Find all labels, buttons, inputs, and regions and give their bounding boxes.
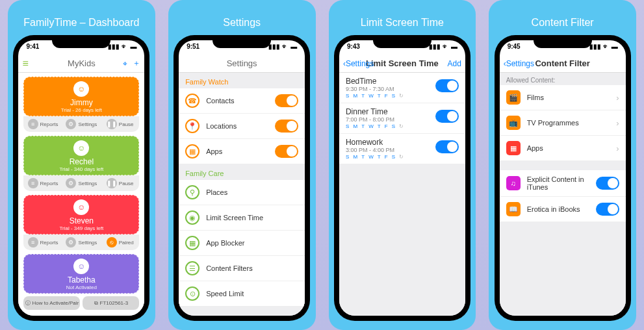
info-icon: ⓘ <box>25 299 31 307</box>
repeat-icon: ↻ <box>399 154 405 160</box>
toggle[interactable] <box>435 140 459 153</box>
screenshot-filter: Content Filter 9:45 ▮▮▮ᯤ▬ ‹Settings Cont… <box>489 0 636 330</box>
gear-icon: ⚙ <box>66 119 76 129</box>
limit-days: S M T W T F S ↻ <box>346 93 459 99</box>
limit-row[interactable]: Dinner Time 7:00 PM - 8:00 PM S M T W T … <box>339 103 465 134</box>
toggle[interactable] <box>596 177 619 190</box>
limit-row[interactable]: Homework 3:00 PM - 4:00 PM S M T W T F S… <box>339 134 465 164</box>
kid-actions: ≡Reports ⚙Settings ❚❚Pause <box>23 116 139 132</box>
wifi-icon: ᯤ <box>443 43 449 50</box>
back-button[interactable]: ‹Settings <box>504 59 534 68</box>
toggle[interactable] <box>275 94 298 107</box>
filter-row[interactable]: ♫ Explicit Content in iTunes <box>500 170 626 197</box>
battery-icon: ▬ <box>290 43 297 50</box>
row-label: Films <box>527 94 610 101</box>
toggle[interactable] <box>596 203 619 216</box>
caption: Content Filter <box>532 17 594 29</box>
limits-list[interactable]: BedTime 9:30 PM - 7:30 AM S M T W T F S … <box>339 73 465 316</box>
nav-title: Content Filter <box>535 58 590 68</box>
notch <box>373 35 431 48</box>
back-button[interactable]: ‹Settings <box>343 59 374 68</box>
settings-row[interactable]: ☎ Contacts <box>179 88 305 114</box>
pause-button[interactable]: ❚❚Pause <box>101 175 139 191</box>
reports-button[interactable]: ≡Reports <box>23 175 62 191</box>
kid-card[interactable]: ☺ Jimmy Trial - 26 days left <box>23 77 139 116</box>
settings-row[interactable]: ⊙ Speed Limit <box>179 281 305 307</box>
wifi-icon: ᯤ <box>122 43 128 50</box>
settings-button[interactable]: ⚙Settings <box>62 235 101 250</box>
screenshot-settings: Settings 9:51 ▮▮▮ᯤ▬ Settings Family Watc… <box>168 0 316 330</box>
caption: Settings <box>223 17 261 29</box>
filter-row[interactable]: ▦ Apps › <box>500 136 626 161</box>
nav-title: Settings <box>227 58 257 68</box>
kid-card[interactable]: ☺ Steven Trial - 349 days left <box>23 195 139 235</box>
row-label: Content Filters <box>206 264 298 272</box>
limit-row[interactable]: BedTime 9:30 PM - 7:30 AM S M T W T F S … <box>339 73 465 103</box>
row-icon: ⚲ <box>185 185 200 199</box>
settings-row[interactable]: 📍 Locations <box>179 114 305 139</box>
screenshot-dashboard: FamilyTime – Dashboard 9:41 ▮▮▮ᯤ▬ ≡ MyKi… <box>8 0 155 330</box>
filter-list[interactable]: Allowed Content: 🎬 Films › 📺 TV Programm… <box>500 73 626 316</box>
filter-row[interactable]: 📖 Erotica in iBooks <box>500 197 626 222</box>
row-label: Limit Screen Time <box>206 214 298 222</box>
phone-frame: 9:43 ▮▮▮ᯤ▬ ‹Settings Limit Screen Time A… <box>334 35 470 321</box>
screenshot-limit: Limit Screen Time 9:43 ▮▮▮ᯤ▬ ‹Settings L… <box>329 0 476 330</box>
toggle[interactable] <box>435 110 459 123</box>
settings-row[interactable]: ⚲ Places <box>179 180 305 205</box>
navbar: ‹Settings Content Filter <box>500 55 626 73</box>
wifi-icon: ᯤ <box>282 43 289 50</box>
screen: 9:45 ▮▮▮ᯤ▬ ‹Settings Content Filter Allo… <box>500 40 626 316</box>
location-icon[interactable]: ⌖ <box>123 59 127 68</box>
screen: 9:43 ▮▮▮ᯤ▬ ‹Settings Limit Screen Time A… <box>339 40 465 316</box>
kids-list[interactable]: ☺ Jimmy Trial - 26 days left ≡Reports ⚙S… <box>18 73 144 316</box>
kid-card[interactable]: ☺ Tabetha Not Activated <box>23 254 139 294</box>
settings-button[interactable]: ⚙Settings <box>62 175 101 191</box>
gear-icon: ⚙ <box>66 178 76 188</box>
add-button[interactable]: ＋ <box>133 58 140 69</box>
notch <box>213 35 271 48</box>
reports-button[interactable]: ≡Reports <box>23 235 62 250</box>
pause-button[interactable]: ⎋Paired <box>101 235 139 250</box>
pause-icon: ❚❚ <box>107 178 117 188</box>
caption: FamilyTime – Dashboard <box>23 17 139 29</box>
settings-row[interactable]: ▦ App Blocker <box>179 231 305 256</box>
kid-card[interactable]: ☺ Rechel Trial - 340 days left <box>23 136 139 175</box>
row-icon: ▦ <box>506 141 521 155</box>
row-icon: ☰ <box>185 261 200 275</box>
reports-button[interactable]: ≡Reports <box>23 116 62 132</box>
pause-button[interactable]: ❚❚Pause <box>101 116 139 132</box>
reports-icon: ≡ <box>28 237 38 247</box>
battery-icon: ▬ <box>612 43 618 50</box>
kid-status: Not Activated <box>24 285 138 290</box>
screen: 9:41 ▮▮▮ᯤ▬ ≡ MyKids ⌖ ＋ ☺ Jimmy Trial - … <box>18 40 144 316</box>
filter-row[interactable]: 🎬 Films › <box>500 85 626 110</box>
toggle[interactable] <box>275 145 298 158</box>
navbar: ‹Settings Limit Screen Time Add <box>339 55 465 73</box>
limit-days: S M T W T F S ↻ <box>346 123 459 129</box>
row-label: Apps <box>527 144 610 152</box>
kid-actions: ≡Reports ⚙Settings ❚❚Pause <box>23 175 139 191</box>
nav-right: ⌖ ＋ <box>123 58 140 69</box>
wifi-icon: ᯤ <box>603 43 610 50</box>
family-code[interactable]: ⧉FT102561-3 <box>83 296 139 310</box>
toggle[interactable] <box>275 120 298 133</box>
phone-frame: 9:51 ▮▮▮ᯤ▬ Settings Family Watch ☎ Conta… <box>174 35 310 321</box>
kid-name: Tabetha <box>24 275 138 285</box>
add-button[interactable]: Add <box>448 59 461 68</box>
row-label: Erotica in iBooks <box>527 205 589 213</box>
settings-list[interactable]: Family Watch ☎ Contacts 📍 Locations ▦ Ap… <box>179 73 305 316</box>
menu-button[interactable]: ≡ <box>22 58 28 70</box>
toggle[interactable] <box>435 79 459 92</box>
settings-row[interactable]: ☰ Content Filters <box>179 256 305 281</box>
activate-button[interactable]: ⓘHow to Activate/Pair <box>23 296 80 310</box>
settings-row[interactable]: ▦ Apps <box>179 139 305 164</box>
nav-title: MyKids <box>68 58 96 68</box>
kid-name: Steven <box>24 216 138 225</box>
settings-button[interactable]: ⚙Settings <box>62 116 101 132</box>
status-icons: ▮▮▮ᯤ▬ <box>266 43 297 50</box>
repeat-icon: ↻ <box>399 123 405 129</box>
notch <box>534 35 592 48</box>
filter-row[interactable]: 📺 TV Programmes › <box>500 110 626 136</box>
settings-row[interactable]: ◉ Limit Screen Time <box>179 205 305 231</box>
avatar-icon: ☺ <box>73 81 89 97</box>
